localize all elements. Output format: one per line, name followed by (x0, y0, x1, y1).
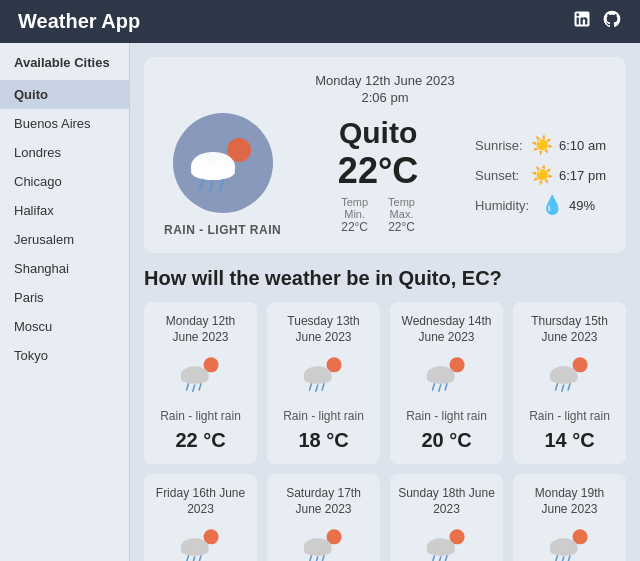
forecast-date-2: Wednesday 14th June 2023 (398, 314, 495, 345)
humidity-label: Humidity: (475, 198, 535, 213)
forecast-icon-5 (298, 523, 350, 561)
sidebar-city-buenos-aires[interactable]: Buenos Aires (0, 109, 129, 138)
forecast-card-7: Monday 19th June 2023 Rain - light rain … (513, 474, 626, 561)
current-main: RAIN - LIGHT RAIN Quito 22°C TempMin. 22… (164, 113, 606, 237)
svg-line-39 (568, 384, 570, 390)
sidebar-city-paris[interactable]: Paris (0, 283, 129, 312)
sidebar-city-moscu[interactable]: Moscu (0, 312, 129, 341)
svg-line-53 (309, 556, 311, 561)
forecast-icon-4 (175, 523, 227, 561)
svg-line-55 (322, 556, 324, 561)
sunset-time: 6:17 pm (559, 168, 606, 183)
svg-line-22 (315, 385, 317, 391)
forecast-icon-2 (421, 351, 473, 403)
sidebar-city-quito[interactable]: Quito (0, 80, 129, 109)
forecast-temp-1: 18 °C (298, 429, 348, 452)
app-header: Weather App (0, 0, 640, 43)
forecast-desc-0: Rain - light rain (160, 409, 241, 423)
svg-point-28 (426, 374, 454, 384)
current-city-name: Quito (297, 116, 459, 150)
svg-line-30 (438, 385, 440, 391)
forecast-date-7: Monday 19th June 2023 (521, 486, 618, 517)
svg-line-7 (220, 180, 223, 190)
sunrise-label: Sunrise: (475, 138, 525, 153)
svg-line-71 (568, 556, 570, 561)
forecast-grid: Monday 12th June 2023 Rain - light rain … (144, 302, 626, 561)
current-date: Monday 12th June 2023 (164, 73, 606, 88)
temp-max-label: TempMax. (388, 196, 415, 220)
humidity-row: Humidity: 💧 49% (475, 194, 606, 216)
sun-humidity-info: Sunrise: ☀️ 6:10 am Sunset: ☀️ 6:17 pm H… (475, 134, 606, 216)
sunrise-row: Sunrise: ☀️ 6:10 am (475, 134, 606, 156)
svg-point-12 (180, 374, 208, 384)
svg-line-54 (315, 557, 317, 561)
svg-line-37 (555, 384, 557, 390)
github-icon[interactable] (602, 9, 622, 34)
svg-line-62 (438, 557, 440, 561)
forecast-icon-1 (298, 351, 350, 403)
sunrise-time: 6:10 am (559, 138, 606, 153)
app-title: Weather App (18, 10, 140, 33)
forecast-card-4: Friday 16th June 2023 Rain - light rain … (144, 474, 257, 561)
svg-line-69 (555, 556, 557, 561)
svg-line-63 (445, 556, 447, 561)
temp-minmax: TempMin. 22°C TempMax. 22°C (297, 196, 459, 234)
sidebar-city-chicago[interactable]: Chicago (0, 167, 129, 196)
current-temp: 22°C (297, 150, 459, 192)
svg-point-36 (549, 374, 577, 384)
current-weather-card: Monday 12th June 2023 2:06 pm (144, 57, 626, 253)
forecast-temp-3: 14 °C (544, 429, 594, 452)
forecast-icon-0 (175, 351, 227, 403)
svg-line-6 (210, 182, 213, 192)
forecast-icon-7 (544, 523, 596, 561)
sidebar-title: Available Cities (0, 55, 129, 80)
svg-line-46 (192, 557, 194, 561)
sunset-icon: ☀️ (531, 164, 553, 186)
current-info: Quito 22°C TempMin. 22°C TempMax. 22°C (297, 116, 459, 234)
forecast-date-3: Thursday 15th June 2023 (521, 314, 618, 345)
svg-point-4 (191, 164, 235, 180)
temp-min-value: 22°C (341, 220, 368, 234)
forecast-date-4: Friday 16th June 2023 (152, 486, 249, 517)
sidebar-city-tokyo[interactable]: Tokyo (0, 341, 129, 370)
main-layout: Available Cities QuitoBuenos AiresLondre… (0, 43, 640, 561)
svg-line-23 (322, 384, 324, 390)
forecast-date-0: Monday 12th June 2023 (152, 314, 249, 345)
svg-point-44 (180, 546, 208, 556)
linkedin-icon[interactable] (572, 9, 592, 34)
svg-line-31 (445, 384, 447, 390)
svg-point-20 (303, 374, 331, 384)
current-time: 2:06 pm (164, 90, 606, 105)
forecast-card-2: Wednesday 14th June 2023 Rain - light ra… (390, 302, 503, 464)
sunrise-icon: ☀️ (531, 134, 553, 156)
svg-line-47 (199, 556, 201, 561)
forecast-title: How will the weather be in Quito, EC? (144, 267, 626, 290)
sidebar-city-shanghai[interactable]: Shanghai (0, 254, 129, 283)
humidity-icon: 💧 (541, 194, 563, 216)
forecast-desc-1: Rain - light rain (283, 409, 364, 423)
forecast-section: How will the weather be in Quito, EC? Mo… (144, 267, 626, 561)
forecast-desc-3: Rain - light rain (529, 409, 610, 423)
current-weather-icon-large (173, 113, 273, 213)
svg-point-68 (549, 546, 577, 556)
svg-line-70 (561, 557, 563, 561)
sidebar: Available Cities QuitoBuenos AiresLondre… (0, 43, 130, 561)
svg-line-13 (186, 384, 188, 390)
forecast-date-6: Sunday 18th June 2023 (398, 486, 495, 517)
main-content: Monday 12th June 2023 2:06 pm (130, 43, 640, 561)
current-weather-label: RAIN - LIGHT RAIN (164, 223, 281, 237)
svg-line-29 (432, 384, 434, 390)
temp-max-value: 22°C (388, 220, 415, 234)
forecast-card-0: Monday 12th June 2023 Rain - light rain … (144, 302, 257, 464)
forecast-card-1: Tuesday 13th June 2023 Rain - light rain… (267, 302, 380, 464)
svg-line-15 (199, 384, 201, 390)
forecast-desc-2: Rain - light rain (406, 409, 487, 423)
humidity-value: 49% (569, 198, 595, 213)
sidebar-city-jerusalem[interactable]: Jerusalem (0, 225, 129, 254)
forecast-icon-6 (421, 523, 473, 561)
forecast-icon-3 (544, 351, 596, 403)
forecast-card-6: Sunday 18th June 2023 Rain - light rain … (390, 474, 503, 561)
sidebar-city-halifax[interactable]: Halifax (0, 196, 129, 225)
svg-line-45 (186, 556, 188, 561)
sidebar-city-londres[interactable]: Londres (0, 138, 129, 167)
